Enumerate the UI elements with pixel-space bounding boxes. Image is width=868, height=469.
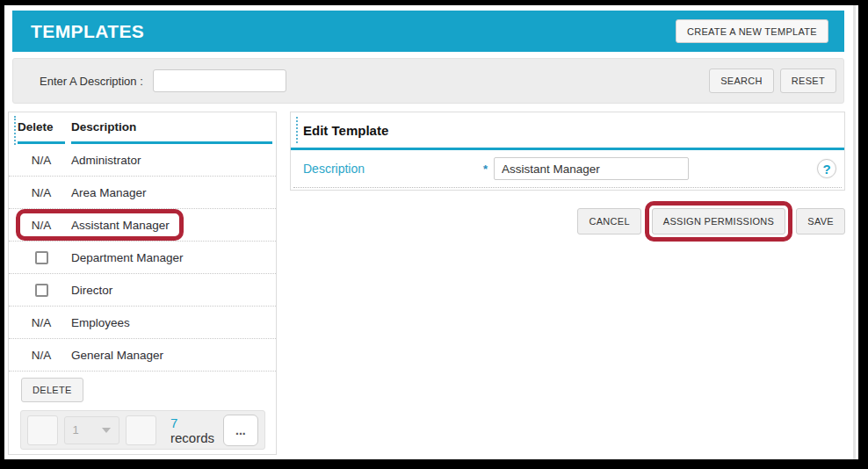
chevron-down-icon (102, 428, 111, 433)
row-description-cell: Assistant Manager (71, 219, 170, 232)
description-input[interactable] (494, 157, 689, 180)
reset-button[interactable]: RESET (780, 69, 836, 93)
pager-more-button[interactable]: ... (223, 415, 258, 446)
templates-list-panel: Delete Description N/A Administrator N/A… (8, 112, 277, 455)
table-row[interactable]: Director (9, 274, 276, 307)
row-delete-checkbox[interactable] (35, 284, 48, 297)
row-delete-cell (18, 284, 65, 297)
right-edge-divider (853, 5, 856, 459)
edit-template-heading-row: Edit Template (291, 112, 844, 150)
page-title: TEMPLATES (31, 21, 144, 42)
edit-template-title: Edit Template (303, 123, 388, 138)
pagination-bar: 1 7 records ... (20, 410, 265, 450)
form-action-buttons: CANCEL ASSIGN PERMISSIONS SAVE (290, 201, 845, 242)
row-description-cell: Area Manager (71, 186, 147, 199)
row-delete-cell (18, 251, 65, 264)
row-description-cell: General Manager (71, 349, 163, 362)
edit-template-panel: Edit Template Description * ? CANCEL ASS… (290, 112, 845, 242)
table-row[interactable]: N/A General Manager (9, 339, 276, 372)
table-row[interactable]: N/A Administrator (9, 144, 276, 177)
table-row[interactable]: N/A Area Manager (9, 177, 276, 209)
row-delete-cell: N/A (18, 154, 65, 167)
search-filter-bar: Enter A Description : SEARCH RESET (12, 58, 844, 104)
create-new-template-button[interactable]: CREATE A NEW TEMPLATE (676, 19, 828, 43)
edit-template-box: Edit Template Description * ? (290, 112, 845, 191)
table-row[interactable]: N/A Assistant Manager (9, 209, 276, 242)
records-count-text: 7 records (170, 415, 223, 445)
table-row[interactable]: N/A Employees (9, 307, 276, 339)
save-button[interactable]: SAVE (796, 208, 845, 234)
description-field-label: Description (303, 162, 483, 176)
description-field-row: Description * ? (293, 150, 842, 188)
row-description-cell: Department Manager (71, 251, 184, 264)
page-number-value: 1 (73, 423, 79, 437)
page: TEMPLATES CREATE A NEW TEMPLATE Enter A … (4, 5, 858, 459)
row-description-cell: Director (71, 284, 112, 297)
pager-next-button[interactable] (126, 415, 156, 445)
search-button[interactable]: SEARCH (709, 69, 774, 93)
row-delete-cell: N/A (18, 349, 65, 362)
help-question-icon[interactable]: ? (817, 159, 836, 178)
row-delete-cell: N/A (18, 186, 65, 199)
row-description-cell: Administrator (71, 154, 141, 167)
row-delete-checkbox[interactable] (35, 251, 48, 264)
records-count-number: 7 (170, 415, 177, 430)
pager-prev-button[interactable] (27, 415, 58, 445)
column-header-delete: Delete (18, 120, 65, 144)
assign-permissions-highlight-annotation: ASSIGN PERMISSIONS (645, 201, 792, 242)
required-asterisk: * (483, 162, 488, 176)
top-header-bar: TEMPLATES CREATE A NEW TEMPLATE (12, 11, 844, 52)
description-filter-input[interactable] (153, 69, 286, 92)
description-filter-label: Enter A Description : (40, 75, 143, 88)
row-delete-cell: N/A (18, 219, 65, 232)
page-number-dropdown[interactable]: 1 (64, 416, 120, 444)
delete-button[interactable]: DELETE (21, 378, 83, 402)
cancel-button[interactable]: CANCEL (577, 208, 640, 234)
records-count-label: records (170, 430, 214, 445)
template-table-body: N/A Administrator N/A Area Manager N/A A… (9, 144, 276, 372)
assign-permissions-button[interactable]: ASSIGN PERMISSIONS (652, 208, 785, 234)
column-header-description: Description (71, 120, 272, 144)
table-row[interactable]: Department Manager (9, 242, 276, 274)
table-header-row: Delete Description (9, 112, 276, 144)
row-description-cell: Employees (71, 316, 130, 329)
row-delete-cell: N/A (18, 316, 65, 329)
